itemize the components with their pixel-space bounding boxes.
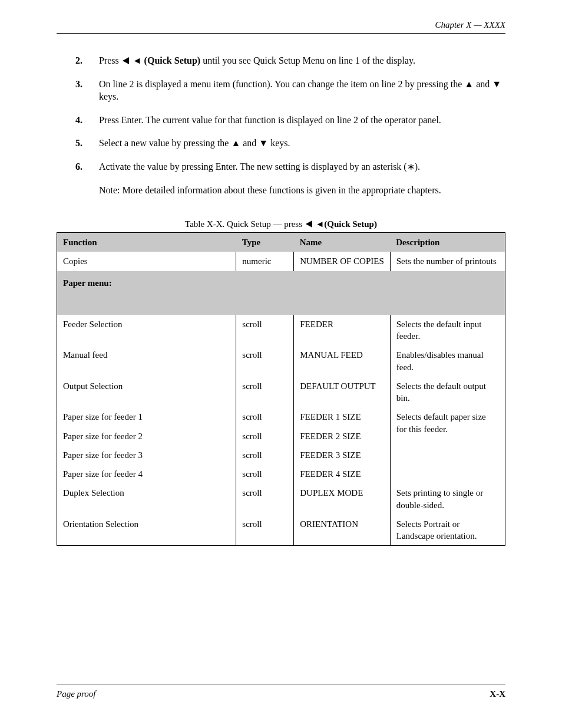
left-triangle-icon <box>123 57 129 64</box>
table-caption: Table X-X. Quick Setup — press ◄(Quick S… <box>57 218 505 230</box>
step-text: On line 2 is displayed a menu item (func… <box>99 79 501 102</box>
merged-size-description: Selects default paper size for this feed… <box>390 407 505 483</box>
step-text: Press Enter. The current value for that … <box>99 115 441 125</box>
running-header: Chapter X — XXXX <box>435 19 505 31</box>
table-header-row: Function Type Name Description <box>57 233 505 252</box>
header-rule <box>57 33 505 34</box>
table-row: Duplex Selection scroll DUPLEX MODE Sets… <box>57 483 505 515</box>
step-6: 6.Activate the value by pressing Enter. … <box>57 160 505 173</box>
table-row: Feeder Selection scroll FEEDER Selects t… <box>57 315 505 346</box>
table-subheader: Paper menu: <box>57 271 505 315</box>
table-row: Output Selection scroll DEFAULT OUTPUT S… <box>57 377 505 408</box>
table-row: Orientation Selection scroll ORIENTATION… <box>57 515 505 546</box>
col-function: Function <box>57 233 236 252</box>
key-name: ◄ (Quick Setup) <box>133 55 200 65</box>
key-name: ◄(Quick Setup) <box>315 219 376 229</box>
table-row: Manual feed scroll MANUAL FEED Enables/d… <box>57 345 505 377</box>
footer-left: Page proof <box>57 688 96 700</box>
table-row: Paper size for feeder 1 scroll FEEDER 1 … <box>57 407 505 426</box>
footer-rule <box>57 684 505 684</box>
step-number: 4. <box>75 114 99 127</box>
col-name: Name <box>294 233 391 252</box>
step-text: Activate the value by pressing Enter. Th… <box>99 162 420 172</box>
col-description: Description <box>390 233 505 252</box>
quick-setup-table: Function Type Name Description Copies nu… <box>57 232 505 546</box>
step-text: Select a new value by pressing the ▲ and… <box>99 138 290 148</box>
table-row: Copies numeric NUMBER OF COPIES Sets the… <box>57 252 505 271</box>
col-type: Type <box>236 233 294 252</box>
note-paragraph: Note: More detailed information about th… <box>57 184 505 197</box>
step-4: 4.Press Enter. The current value for tha… <box>57 114 505 127</box>
step-number: 3. <box>75 78 99 91</box>
step-number: 2. <box>75 54 99 67</box>
step-number: 6. <box>75 160 99 173</box>
body-column: 2.Press ◄ (Quick Setup) until you see Qu… <box>57 54 505 207</box>
step-number: 5. <box>75 137 99 150</box>
left-triangle-icon <box>306 220 312 228</box>
step-2: 2.Press ◄ (Quick Setup) until you see Qu… <box>57 54 505 67</box>
footer-page: X-X <box>490 688 505 700</box>
step-3: 3.On line 2 is displayed a menu item (fu… <box>57 78 505 103</box>
step-text: Press ◄ (Quick Setup) until you see Quic… <box>99 55 415 65</box>
step-5: 5.Select a new value by pressing the ▲ a… <box>57 137 505 150</box>
